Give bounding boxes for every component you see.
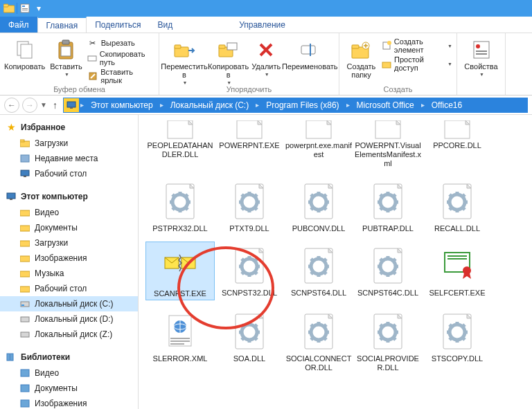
navitem-recent[interactable]: Недавние места bbox=[0, 151, 138, 166]
svg-line-75 bbox=[242, 194, 244, 197]
tab-file[interactable]: Файл bbox=[0, 17, 37, 33]
navitem-pictures[interactable]: Изображения bbox=[0, 251, 138, 266]
tab-view[interactable]: Вид bbox=[149, 17, 181, 33]
file-item[interactable]: PPCORE.DLL bbox=[423, 120, 492, 170]
folder-icon bbox=[19, 237, 30, 248]
file-label: POWERPNT.EXE bbox=[219, 141, 279, 150]
file-item[interactable]: POWERPNT.VisualElementsManifest.xml bbox=[353, 120, 423, 170]
desktop-icon bbox=[19, 168, 30, 179]
file-item[interactable]: PUBTRAP.DLL bbox=[353, 177, 423, 235]
crumb-office16[interactable]: Office16 bbox=[426, 98, 468, 112]
breadcrumb-root-icon[interactable] bbox=[64, 98, 79, 112]
chevron-right-icon[interactable]: ▸ bbox=[420, 98, 426, 112]
navitem-music[interactable]: Музыка bbox=[0, 266, 138, 281]
properties-button[interactable]: Свойства▼ bbox=[461, 36, 501, 77]
navitem-documents[interactable]: Документы bbox=[0, 220, 138, 235]
navitem-desktop[interactable]: Рабочий стол bbox=[0, 166, 138, 181]
paste-shortcut-button[interactable]: Вставить ярлык bbox=[87, 68, 154, 84]
file-item[interactable]: SCNPST64C.DLL bbox=[353, 242, 423, 300]
folder-icon bbox=[19, 207, 30, 218]
svg-line-137 bbox=[380, 259, 382, 261]
file-item[interactable]: SCNPST64.DLL bbox=[284, 242, 353, 300]
navitem-lib-docs[interactable]: Документы bbox=[0, 381, 138, 396]
ribbon-group-organize: Переместить в▼ Копировать в▼ Удалить▼ Пе… bbox=[159, 33, 339, 95]
navitem-drive-d[interactable]: Локальный диск (D:) bbox=[0, 311, 138, 327]
crumb-ms-office[interactable]: Microsoft Office bbox=[351, 98, 420, 112]
tab-manage[interactable]: Управление bbox=[231, 17, 294, 33]
new-folder-button[interactable]: Создать папку bbox=[344, 36, 379, 79]
crumb-program-files[interactable]: Program Files (x86) bbox=[260, 98, 344, 112]
navitem-lib-images[interactable]: Изображения bbox=[0, 396, 138, 409]
crumb-drive-c[interactable]: Локальный диск (C:) bbox=[165, 98, 255, 112]
file-item[interactable]: SCANPST.EXE bbox=[145, 242, 215, 300]
file-item[interactable]: PSTPRX32.DLL bbox=[145, 177, 215, 235]
cut-button[interactable]: ✂Вырезать bbox=[87, 37, 154, 48]
easy-access-button[interactable]: Простой доступ▼ bbox=[382, 55, 452, 72]
qat-properties-icon[interactable] bbox=[19, 2, 31, 15]
move-to-button[interactable]: Переместить в▼ bbox=[163, 36, 205, 85]
file-item[interactable]: SELFCERT.EXE bbox=[423, 242, 492, 300]
file-item[interactable]: SLERROR.XML bbox=[145, 307, 215, 374]
svg-rect-5 bbox=[22, 10, 28, 10]
copy-button[interactable]: Копировать bbox=[4, 36, 45, 71]
rename-button[interactable]: Переименовать bbox=[283, 36, 336, 71]
navitem-drive-c[interactable]: Локальный диск (C:) bbox=[0, 296, 138, 311]
breadcrumb[interactable]: ▸ Этот компьютер ▸ Локальный диск (C:) ▸… bbox=[63, 98, 528, 113]
navigation-pane[interactable]: ★Избранное Загрузки Недавние места Рабоч… bbox=[0, 115, 139, 409]
file-item[interactable]: SOCIALPROVIDER.DLL bbox=[353, 307, 423, 374]
svg-rect-40 bbox=[20, 226, 30, 231]
svg-rect-4 bbox=[22, 8, 28, 9]
ribbon-group-new: Создать папку Создать элемент▼ Простой д… bbox=[339, 33, 457, 95]
delete-button[interactable]: Удалить▼ bbox=[251, 36, 281, 77]
svg-rect-150 bbox=[170, 343, 184, 345]
navitem-downloads2[interactable]: Загрузки bbox=[0, 235, 138, 251]
svg-line-128 bbox=[324, 272, 326, 274]
file-label: PSTPRX32.DLL bbox=[152, 224, 207, 233]
svg-rect-33 bbox=[20, 140, 24, 142]
gear-icon bbox=[296, 243, 341, 287]
file-item[interactable]: POWERPNT.EXE bbox=[215, 120, 284, 170]
file-list[interactable]: PEOPLEDATAHANDLER.DLLPOWERPNT.EXEpowerpn… bbox=[139, 115, 532, 409]
copyto-icon bbox=[218, 39, 240, 61]
new-item-button[interactable]: Создать элемент▼ bbox=[382, 37, 452, 54]
file-item[interactable]: PUBCONV.DLL bbox=[284, 177, 353, 235]
tab-home[interactable]: Главная bbox=[37, 17, 87, 33]
chevron-right-icon[interactable]: ▸ bbox=[79, 98, 85, 112]
cut-icon: ✂ bbox=[87, 37, 98, 48]
crumb-thispc[interactable]: Этот компьютер bbox=[85, 98, 159, 112]
file-label: SOCIALPROVIDER.DLL bbox=[355, 354, 421, 372]
tab-share[interactable]: Поделиться bbox=[87, 17, 149, 33]
chevron-down-icon[interactable]: ▾ bbox=[33, 2, 45, 15]
back-button[interactable]: ← bbox=[4, 98, 19, 113]
file-item[interactable]: PTXT9.DLL bbox=[215, 177, 284, 235]
history-dropdown[interactable]: ▼ bbox=[40, 101, 47, 109]
navgroup-libraries[interactable]: Библиотеки bbox=[0, 349, 138, 365]
forward-button[interactable]: → bbox=[22, 98, 37, 113]
chevron-right-icon[interactable]: ▸ bbox=[254, 98, 260, 112]
file-item[interactable]: SOA.DLL bbox=[215, 307, 284, 374]
copy-path-button[interactable]: Скопировать путь bbox=[87, 50, 154, 66]
chevron-right-icon[interactable]: ▸ bbox=[159, 98, 165, 112]
file-item[interactable]: RECALL.DLL bbox=[423, 177, 492, 235]
file-item[interactable]: PEOPLEDATAHANDLER.DLL bbox=[145, 120, 215, 170]
path-icon bbox=[87, 53, 97, 64]
svg-line-127 bbox=[311, 259, 313, 261]
file-item[interactable]: powerpnt.exe.manifest bbox=[284, 120, 353, 170]
navitem-downloads[interactable]: Загрузки bbox=[0, 136, 138, 151]
file-label: SLERROR.XML bbox=[153, 354, 208, 363]
svg-line-68 bbox=[172, 208, 175, 210]
navitem-video[interactable]: Видео bbox=[0, 205, 138, 220]
svg-line-77 bbox=[255, 194, 257, 197]
navgroup-favorites[interactable]: ★Избранное bbox=[0, 119, 138, 136]
navitem-lib-video[interactable]: Видео bbox=[0, 365, 138, 381]
paste-button[interactable]: Вставить▼ bbox=[48, 36, 85, 77]
file-item[interactable]: STSCOPY.DLL bbox=[423, 307, 492, 374]
chevron-right-icon[interactable]: ▸ bbox=[345, 98, 351, 112]
navitem-drive-z[interactable]: Локальный диск (Z:) bbox=[0, 327, 138, 342]
navitem-desktop2[interactable]: Рабочий стол bbox=[0, 281, 138, 296]
copy-to-button[interactable]: Копировать в▼ bbox=[208, 36, 249, 85]
file-item[interactable]: SCNPST32.DLL bbox=[215, 242, 284, 300]
navgroup-thispc[interactable]: Этот компьютер bbox=[0, 188, 138, 205]
up-button[interactable]: ↑ bbox=[50, 100, 60, 111]
file-item[interactable]: SOCIALCONNECTOR.DLL bbox=[284, 307, 353, 374]
